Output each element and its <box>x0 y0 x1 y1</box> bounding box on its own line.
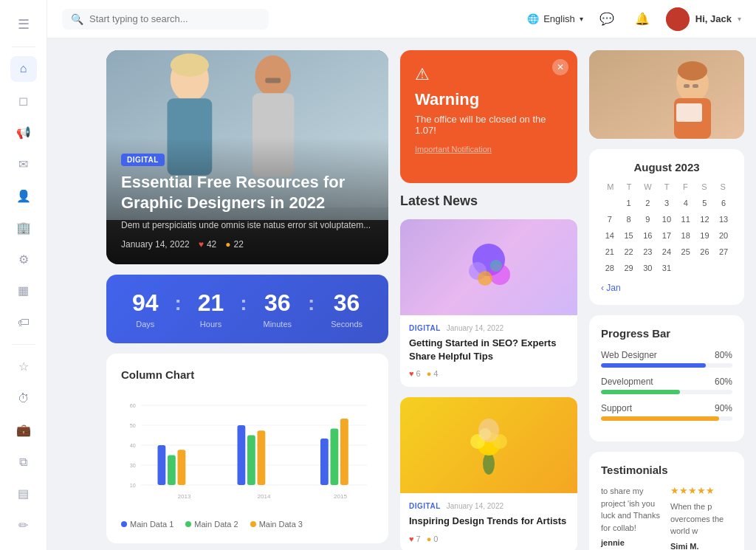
document-icon[interactable]: ◻ <box>10 88 37 114</box>
svg-rect-45 <box>684 84 690 88</box>
hero-badge: DIGITAL <box>121 154 165 166</box>
progress-item-2: Development 60% <box>601 377 732 394</box>
username-label: Hi, Jack <box>695 13 732 24</box>
svg-rect-6 <box>265 78 281 83</box>
chart-card: Column Chart 60 50 40 30 10 2013 <box>106 354 388 543</box>
svg-rect-26 <box>320 439 329 485</box>
countdown-seconds: 36 Seconds <box>331 289 362 329</box>
calendar-card: August 2023 M T W T F S S 1 2 3 4 5 6 7 <box>589 149 744 305</box>
avatar <box>666 7 690 31</box>
search-icon: 🔍 <box>71 13 83 25</box>
countdown-card: 94 Days : 21 Hours : 36 Minutes : 36 Sec… <box>106 275 388 343</box>
user-chevron-icon: ▾ <box>738 15 741 23</box>
progress-fill-2 <box>601 390 680 394</box>
countdown-sep-1: : <box>174 292 181 315</box>
news-card-2[interactable]: DIGITAL January 14, 2022 Inspiring Desig… <box>400 397 577 550</box>
svg-text:40: 40 <box>130 442 136 449</box>
countdown-hours: 21 Hours <box>198 289 224 329</box>
progress-title: Progress Bar <box>601 327 732 340</box>
heart-icon-2: ♥ <box>409 534 414 543</box>
legend-dot-3 <box>250 521 256 527</box>
progress-fill-1 <box>601 363 706 368</box>
star-icon[interactable]: ☆ <box>10 354 37 379</box>
topnav: 🔍 🌐 English ▾ 💬 🔔 Hi, Jack ▾ <box>47 0 756 38</box>
news-meta-2: DIGITAL January 14, 2022 <box>409 502 568 510</box>
svg-rect-28 <box>340 419 348 485</box>
hero-description: Dem ut perspiciatis unde omnis iste natu… <box>121 220 374 230</box>
calendar-days: 1 2 3 4 5 6 7 8 9 10 11 12 13 14 15 16 1… <box>601 196 732 275</box>
progress-item-3: Support 90% <box>601 403 732 421</box>
news-comments-2: ● 0 <box>427 534 439 543</box>
home-icon[interactable]: ⌂ <box>10 56 37 82</box>
heart-icon-1: ♥ <box>409 369 414 378</box>
svg-rect-40 <box>589 50 744 139</box>
news-likes-2: ♥ 7 <box>409 534 421 543</box>
puzzle-icon[interactable]: ⚙ <box>10 247 37 272</box>
warning-close-button[interactable]: ✕ <box>552 59 568 75</box>
user-icon[interactable]: 👤 <box>10 183 37 209</box>
hero-likes: ♥ 42 <box>199 239 216 250</box>
chart-area: 60 50 40 30 10 2013 2014 2015 <box>121 393 374 511</box>
table-icon[interactable]: ▤ <box>10 481 37 506</box>
news-stats-2: ♥ 7 ● 0 <box>409 534 568 543</box>
svg-text:60: 60 <box>130 402 136 409</box>
hero-card: DIGITAL Essential Free Resources for Gra… <box>106 50 388 264</box>
tag-icon[interactable]: 🏷 <box>10 309 37 335</box>
svg-point-39 <box>478 419 499 442</box>
legend-dot-1 <box>121 521 127 527</box>
news-card-1[interactable]: DIGITAL January 14, 2022 Getting Started… <box>400 219 577 387</box>
svg-point-34 <box>483 453 495 475</box>
mail-icon[interactable]: ✉ <box>10 151 37 177</box>
news-img-svg-1 <box>459 238 518 297</box>
svg-text:30: 30 <box>130 462 136 469</box>
legend-item-1: Main Data 1 <box>121 520 173 529</box>
sidebar: ☰ ⌂ ◻ 📢 ✉ 👤 🏢 ⚙ ▦ 🏷 ☆ ⏱ 💼 ⧉ ▤ ✏ <box>0 0 47 550</box>
calendar-prev-button[interactable]: ‹ Jan <box>601 283 621 293</box>
testimonial-pair: to share my project 'ish you luck and Th… <box>601 485 732 550</box>
warning-card: ✕ ⚠ Warning The office will be closed on… <box>400 50 577 183</box>
user-menu[interactable]: Hi, Jack ▾ <box>666 7 741 31</box>
warning-link[interactable]: Important Notification <box>415 145 563 154</box>
language-selector[interactable]: 🌐 English ▾ <box>527 13 583 24</box>
comment-icon: ● <box>225 239 230 250</box>
right-hero-card <box>589 50 744 139</box>
testimonials-card: Testimonials to share my project 'ish yo… <box>589 452 744 550</box>
news-heading-2: Inspiring Design Trends for Artists <box>409 515 568 528</box>
news-section: Latest News DIGITAL January 14, 2022 <box>400 193 577 550</box>
right-hero-svg <box>589 50 744 139</box>
svg-rect-24 <box>258 430 266 485</box>
chart-title: Column Chart <box>121 368 374 381</box>
svg-text:10: 10 <box>130 482 136 489</box>
hero-date: January 14, 2022 <box>121 239 190 250</box>
heart-icon: ♥ <box>199 239 204 250</box>
clock-icon[interactable]: ⏱ <box>10 385 37 411</box>
edit-icon[interactable]: ✏ <box>10 512 37 538</box>
search-input[interactable] <box>89 13 260 24</box>
countdown-sep-2: : <box>240 292 247 315</box>
sidebar-divider-2 <box>12 344 35 345</box>
news-heading-1: Getting Started in SEO? Experts Share He… <box>409 337 568 363</box>
grid-icon[interactable]: ▦ <box>10 278 37 303</box>
search-box: 🔍 <box>62 9 269 30</box>
legend-item-3: Main Data 3 <box>250 520 303 529</box>
sidebar-divider <box>12 47 35 47</box>
svg-rect-20 <box>178 450 186 485</box>
briefcase-icon[interactable]: 💼 <box>10 417 37 443</box>
megaphone-icon[interactable]: 📢 <box>10 120 37 145</box>
svg-point-43 <box>678 61 707 80</box>
countdown-sep-3: : <box>308 292 315 315</box>
calendar-day-headers: M T W T F S S <box>601 182 732 191</box>
chevron-down-icon: ▾ <box>580 15 583 23</box>
news-meta-1: DIGITAL January 14, 2022 <box>409 324 568 332</box>
notification-button[interactable]: 🔔 <box>630 7 654 31</box>
warning-title: Warning <box>415 90 563 109</box>
chat-button[interactable]: 💬 <box>595 7 619 31</box>
layers-icon[interactable]: ⧉ <box>10 449 37 475</box>
legend-dot-2 <box>185 521 191 527</box>
building-icon[interactable]: 🏢 <box>10 215 37 241</box>
news-comments-1: ● 4 <box>427 369 439 378</box>
hamburger-icon[interactable]: ☰ <box>10 12 37 38</box>
comment-icon-2: ● <box>427 534 432 543</box>
hero-title: Essential Free Resources for Graphic Des… <box>121 172 374 214</box>
svg-rect-18 <box>158 445 166 485</box>
